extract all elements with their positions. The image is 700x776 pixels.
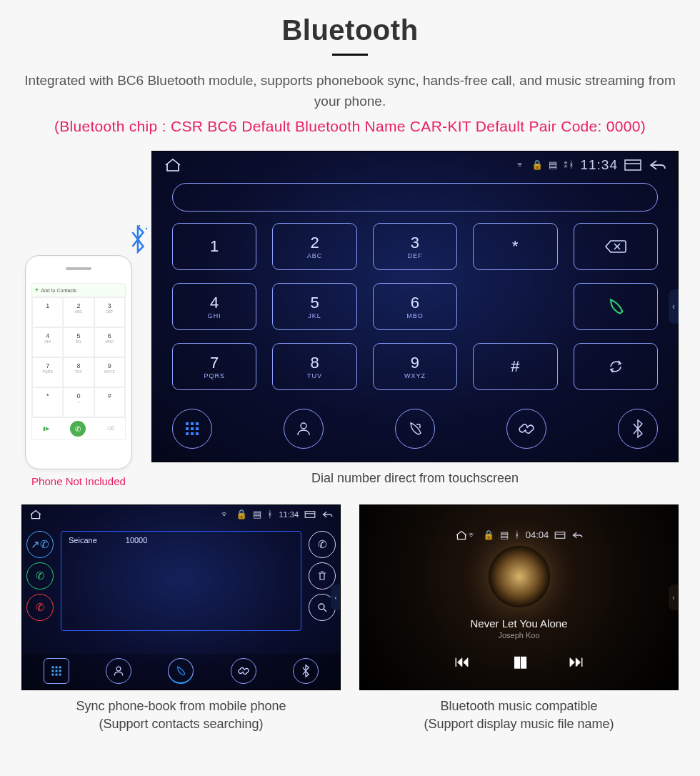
svg-rect-22 bbox=[55, 670, 57, 672]
svg-rect-12 bbox=[196, 432, 199, 435]
wifi-icon: ᯤ bbox=[516, 159, 526, 170]
svg-line-17 bbox=[324, 609, 326, 612]
svg-rect-21 bbox=[51, 670, 54, 672]
svg-rect-23 bbox=[59, 670, 61, 672]
key-9[interactable]: 9WXYZ bbox=[373, 343, 457, 390]
delete-icon[interactable] bbox=[309, 562, 336, 590]
nav-calllog[interactable] bbox=[395, 409, 435, 449]
key-4[interactable]: 4GHI bbox=[172, 283, 256, 330]
phone-key: 6MNO bbox=[94, 327, 125, 357]
phone-key: 8TUV bbox=[63, 357, 94, 387]
key-3[interactable]: 3DEF bbox=[373, 223, 457, 270]
key-7[interactable]: 7PQRS bbox=[172, 343, 256, 390]
drawer-tab[interactable]: ‹ bbox=[669, 585, 679, 610]
answer-icon[interactable]: ✆ bbox=[26, 562, 54, 590]
mobile-phone-mockup: + Add to Contacts 12ABC3DEF4GHI5JKL6MNO7… bbox=[25, 255, 132, 469]
svg-rect-7 bbox=[186, 427, 189, 430]
svg-rect-18 bbox=[51, 667, 54, 669]
nav-pair[interactable] bbox=[506, 409, 546, 449]
clock: 11:34 bbox=[580, 157, 618, 173]
drawer-tab[interactable]: ‹ bbox=[331, 585, 341, 610]
phone-key: 4GHI bbox=[32, 327, 63, 357]
home-icon[interactable] bbox=[164, 158, 182, 172]
phone-add-contact: + Add to Contacts bbox=[32, 284, 125, 297]
lock-icon: 🔒 bbox=[531, 159, 543, 170]
play-pause-button[interactable]: ▮▮ bbox=[513, 652, 526, 671]
contact-name: Seicane bbox=[69, 536, 97, 544]
contact-row[interactable]: Seicane 10000 bbox=[69, 536, 294, 544]
svg-rect-9 bbox=[196, 427, 199, 430]
key-swap[interactable] bbox=[574, 343, 658, 390]
wifi-icon: ᯤ bbox=[221, 509, 230, 519]
svg-rect-11 bbox=[191, 432, 194, 435]
key-call[interactable] bbox=[574, 283, 658, 330]
phone-key: 0+ bbox=[63, 387, 94, 417]
nav-keypad[interactable] bbox=[44, 658, 69, 684]
prev-track-button[interactable]: ⏮ bbox=[454, 652, 470, 671]
key-2[interactable]: 2ABC bbox=[272, 223, 356, 270]
phone-key: 9WXYZ bbox=[94, 357, 125, 387]
nav-bt-settings[interactable] bbox=[618, 409, 658, 449]
nav-contacts[interactable] bbox=[284, 409, 324, 449]
nav-keypad[interactable] bbox=[172, 409, 212, 449]
hangup-icon[interactable]: ✆ bbox=[26, 594, 54, 621]
video-icon: ▮▶ bbox=[43, 426, 49, 432]
back-icon[interactable] bbox=[321, 510, 333, 519]
contact-list[interactable]: Seicane 10000 bbox=[61, 531, 301, 631]
svg-rect-6 bbox=[196, 422, 199, 425]
nav-contacts[interactable] bbox=[106, 658, 131, 684]
key-del[interactable] bbox=[574, 223, 658, 270]
backspace-icon: ⌫ bbox=[107, 426, 114, 432]
svg-rect-8 bbox=[191, 427, 194, 430]
bluetooth-status-icon: ᚼ bbox=[514, 529, 520, 540]
svg-point-16 bbox=[319, 604, 324, 610]
phone-key: 3DEF bbox=[94, 297, 125, 327]
nav-calllog[interactable] bbox=[168, 658, 194, 684]
phone-caption: Phone Not Included bbox=[21, 475, 136, 487]
svg-point-13 bbox=[301, 423, 306, 429]
key-*[interactable]: * bbox=[473, 223, 557, 270]
title-underline bbox=[332, 54, 368, 56]
svg-rect-28 bbox=[555, 532, 565, 538]
svg-rect-19 bbox=[55, 667, 57, 669]
drawer-tab[interactable]: ‹ bbox=[669, 289, 679, 324]
sd-icon: ▤ bbox=[500, 529, 509, 540]
next-track-button[interactable]: ⏭ bbox=[569, 652, 584, 671]
sync-contacts-icon[interactable]: ✆ bbox=[309, 531, 336, 558]
window-icon[interactable] bbox=[624, 159, 642, 171]
key-8[interactable]: 8TUV bbox=[272, 343, 356, 390]
sd-icon: ▤ bbox=[549, 159, 557, 170]
headunit-dialpad-screen: ᯤ 🔒 ▤ ⁑ᚼ 11:34 12ABC3DEF*4GHI5JKL6MBO7PQ… bbox=[151, 151, 679, 462]
sd-icon: ▤ bbox=[253, 509, 261, 519]
nav-bt-settings[interactable] bbox=[293, 658, 319, 684]
phone-key: 7PQRS bbox=[32, 357, 63, 387]
back-icon[interactable] bbox=[571, 531, 583, 539]
key-1[interactable]: 1 bbox=[172, 223, 256, 270]
dial-out-icon[interactable]: ↗✆ bbox=[26, 531, 54, 558]
home-icon[interactable] bbox=[455, 530, 468, 540]
svg-rect-25 bbox=[55, 674, 57, 676]
svg-rect-5 bbox=[191, 422, 194, 425]
phone-key: 2ABC bbox=[63, 297, 94, 327]
key-6[interactable]: 6MBO bbox=[373, 283, 457, 330]
number-input[interactable] bbox=[172, 183, 658, 212]
window-icon[interactable] bbox=[304, 510, 316, 519]
artist-name: Joseph Koo bbox=[498, 631, 539, 640]
svg-rect-0 bbox=[625, 160, 641, 170]
song-title: Never Let You Alone bbox=[471, 617, 568, 630]
key-#[interactable]: # bbox=[473, 343, 557, 390]
phonebook-caption: Sync phone-book from mobile phone(Suppor… bbox=[21, 697, 341, 733]
album-art bbox=[489, 546, 550, 607]
key-5[interactable]: 5JKL bbox=[272, 283, 356, 330]
home-icon[interactable] bbox=[29, 509, 42, 519]
svg-point-27 bbox=[116, 667, 121, 671]
back-icon[interactable] bbox=[648, 159, 666, 171]
svg-rect-24 bbox=[51, 674, 54, 676]
nav-pair[interactable] bbox=[231, 658, 256, 684]
wifi-icon: ᯤ bbox=[468, 529, 477, 540]
phone-key: 5JKL bbox=[63, 327, 94, 357]
spec-line: (Bluetooth chip : CSR BC6 Default Blueto… bbox=[21, 118, 679, 135]
window-icon[interactable] bbox=[554, 531, 566, 539]
svg-rect-26 bbox=[59, 674, 61, 676]
svg-rect-14 bbox=[305, 511, 315, 517]
